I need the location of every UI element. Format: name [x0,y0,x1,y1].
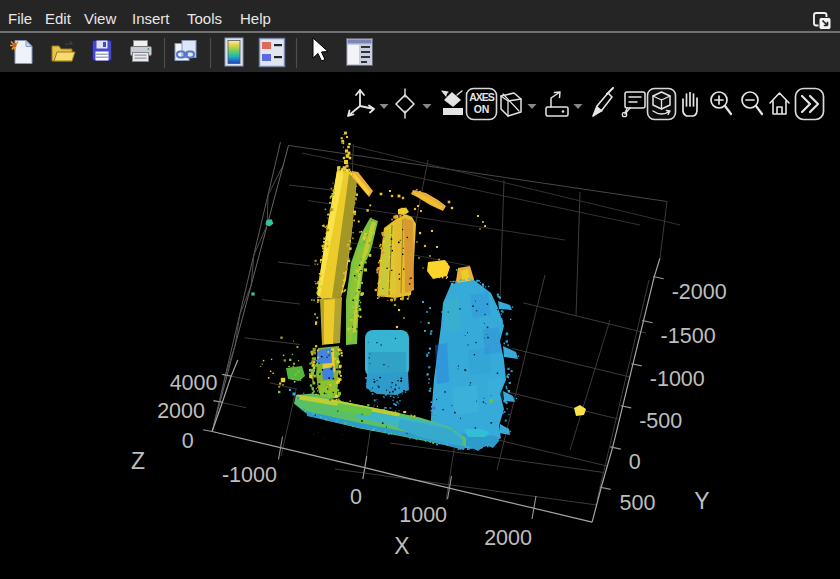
svg-text:2000: 2000 [157,399,205,423]
svg-text:ON: ON [474,103,490,115]
svg-text:-2000: -2000 [672,280,727,304]
svg-text:4000: 4000 [170,371,218,395]
svg-text:AXES: AXES [469,91,495,103]
svg-text:-1500: -1500 [661,324,716,348]
svg-text:0: 0 [350,485,362,509]
svg-text:X: X [394,533,409,559]
svg-text:2000: 2000 [484,526,532,550]
svg-text:-1000: -1000 [650,367,705,391]
svg-text:Y: Y [694,488,709,514]
svg-text:-500: -500 [639,409,682,433]
svg-text:-1000: -1000 [222,463,277,487]
svg-text:0: 0 [629,450,641,474]
svg-text:1000: 1000 [399,503,447,527]
svg-text:0: 0 [182,429,194,453]
svg-text:Z: Z [131,448,145,474]
svg-text:500: 500 [620,491,656,515]
